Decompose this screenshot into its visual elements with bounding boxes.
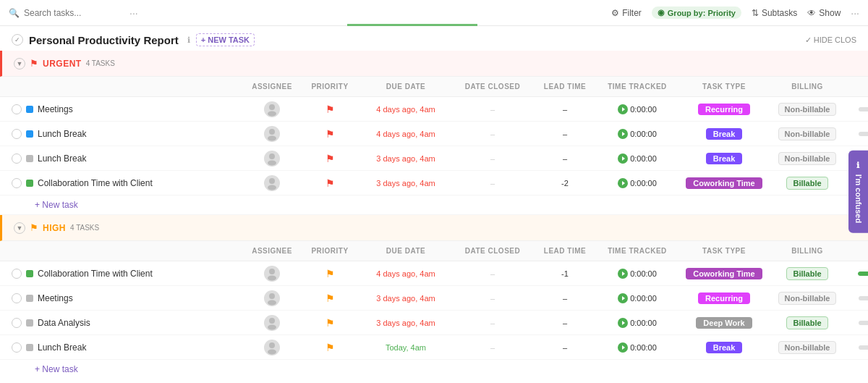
task-name-cell: Meetings	[12, 104, 243, 114]
billing-cell: Non-billable	[771, 292, 843, 305]
task-name: Meetings	[38, 104, 73, 114]
task-name: Lunch Break	[38, 153, 86, 164]
section-task-count-urgent: 4 TASKS	[86, 59, 115, 67]
page-header: ✓ Personal Productivity Report ℹ + NEW T…	[0, 26, 868, 51]
task-checkbox[interactable]	[12, 293, 22, 303]
new-task-row-urgent[interactable]: + New task	[0, 195, 868, 215]
due-date-value: 3 days ago, 4am	[376, 179, 435, 188]
task-name: Collaboration Time with Client	[38, 178, 153, 188]
assignee-cell	[243, 290, 301, 306]
priority-cell: ⚑	[301, 177, 359, 189]
time-tracked-value: 0:00:00	[618, 293, 657, 303]
due-date-value: 3 days ago, 4am	[376, 294, 435, 303]
time-tracked-cell: 0:00:00	[597, 129, 677, 139]
date-closed-value: –	[490, 343, 495, 352]
section-header-urgent[interactable]: ▼ ⚑ URGENT 4 TASKS	[0, 51, 868, 77]
task-checkbox[interactable]	[12, 318, 22, 328]
svg-marker-23	[622, 345, 625, 350]
collapse-icon[interactable]: ✓	[12, 34, 23, 46]
col-assignee-col: ASSIGNEE	[243, 247, 301, 255]
lead-time-value: -2	[561, 179, 569, 188]
svg-point-9	[269, 178, 275, 184]
search-input[interactable]	[24, 8, 125, 18]
time-tracked-cell: 0:00:00	[597, 293, 677, 303]
info-icon[interactable]: ℹ	[187, 35, 190, 45]
due-date-value: 4 days ago, 4am	[376, 105, 435, 114]
task-type-cell: Recurring	[677, 292, 771, 304]
task-row: Lunch Break ⚑ 3 days ago, 4am – – 0:00:0…	[0, 146, 868, 171]
task-checkbox[interactable]	[12, 342, 22, 353]
date-closed-cell: –	[453, 269, 532, 278]
hide-closed-button[interactable]: ✓ HIDE CLOS	[805, 35, 856, 45]
priority-cell: ⚑	[301, 268, 359, 279]
task-checkbox[interactable]	[12, 153, 22, 164]
col-time-tracked-col: TIME TRACKED	[597, 83, 677, 91]
svg-point-4	[268, 135, 276, 140]
due-date-cell: 4 days ago, 4am	[359, 130, 453, 138]
section-expand-urgent[interactable]: ▼	[14, 58, 25, 70]
task-type-badge: Coworking Time	[686, 177, 762, 189]
col-time-tracked-col: TIME TRACKED	[597, 247, 677, 255]
svg-point-19	[268, 324, 276, 329]
task-checkbox[interactable]	[12, 104, 22, 114]
svg-marker-2	[622, 107, 625, 111]
date-closed-value: –	[490, 105, 495, 114]
date-closed-cell: –	[453, 130, 532, 138]
lead-time-cell: –	[532, 154, 597, 163]
new-task-row-high[interactable]: + New task	[0, 360, 868, 373]
lead-time-value: -1	[561, 269, 569, 278]
due-date-cell: 3 days ago, 4am	[359, 319, 453, 327]
lead-time-value: –	[563, 343, 567, 352]
search-area[interactable]: 🔍 ···	[9, 7, 138, 19]
svg-marker-8	[622, 156, 625, 161]
info-circle-icon: ℹ	[854, 160, 863, 169]
priority-cell: ⚑	[301, 128, 359, 140]
assignee-cell	[243, 315, 301, 331]
task-color-dot	[26, 180, 33, 187]
task-row: Collaboration Time with Client ⚑ 4 days …	[0, 261, 868, 286]
task-checkbox[interactable]	[12, 129, 22, 139]
due-date-value: 4 days ago, 4am	[376, 130, 435, 138]
col-assignee-col: ASSIGNEE	[243, 83, 301, 91]
col-task-type-col: TASK TYPE	[677, 83, 771, 91]
billing-badge: Non-billable	[778, 292, 837, 305]
col-due-date-col: DUE DATE	[359, 83, 453, 91]
col-task-type-col: TASK TYPE	[677, 247, 771, 255]
task-type-badge: Recurring	[698, 104, 750, 115]
task-type-badge: Break	[706, 128, 743, 140]
date-closed-cell: –	[453, 179, 532, 188]
task-type-cell: Coworking Time	[677, 177, 771, 189]
billing-cell: Non-billable	[771, 341, 843, 354]
top-bar-more-icon[interactable]: ···	[851, 7, 859, 19]
table-wrapper: ▼ ⚑ URGENT 4 TASKS ASSIGNEEPRIORITYDUE D…	[0, 51, 868, 373]
due-date-cell: 3 days ago, 4am	[359, 179, 453, 188]
progress-bar	[859, 107, 868, 111]
task-checkbox[interactable]	[12, 178, 22, 188]
col-headers-urgent: ASSIGNEEPRIORITYDUE DATEDATE CLOSEDLEAD …	[0, 77, 868, 97]
show-button[interactable]: 👁 Show	[807, 8, 841, 18]
lead-time-cell: –	[532, 294, 597, 303]
priority-flag: ⚑	[326, 128, 335, 140]
time-dot	[618, 269, 628, 279]
task-checkbox[interactable]	[12, 269, 22, 279]
billing-cell: Billable	[771, 316, 843, 329]
task-type-cell: Coworking Time	[677, 268, 771, 279]
section-title-high: HIGH	[43, 223, 66, 233]
group-by-button[interactable]: ◉ Group by: Priority	[652, 7, 741, 19]
section-expand-high[interactable]: ▼	[14, 222, 25, 234]
progress-bar	[859, 321, 868, 325]
task-color-dot	[26, 155, 33, 162]
new-task-button[interactable]: + NEW TASK	[196, 33, 255, 46]
more-options-icon[interactable]: ···	[129, 7, 138, 19]
filter-button[interactable]: ⚙ Filter	[611, 8, 642, 18]
billing-cell: Non-billable	[771, 127, 843, 140]
task-name-cell: Lunch Break	[12, 342, 243, 353]
col-date-closed-col: DATE CLOSED	[453, 83, 532, 91]
confused-button[interactable]: ℹ I'm confused	[848, 150, 868, 232]
task-type-cell: Break	[677, 128, 771, 140]
task-color-dot	[26, 106, 33, 113]
subtasks-button[interactable]: ⇅ Subtasks	[752, 8, 797, 18]
avatar	[264, 126, 280, 142]
section-header-high[interactable]: ▼ ⚑ HIGH 4 TASKS	[0, 215, 868, 241]
task-name-cell: Lunch Break	[12, 153, 243, 164]
